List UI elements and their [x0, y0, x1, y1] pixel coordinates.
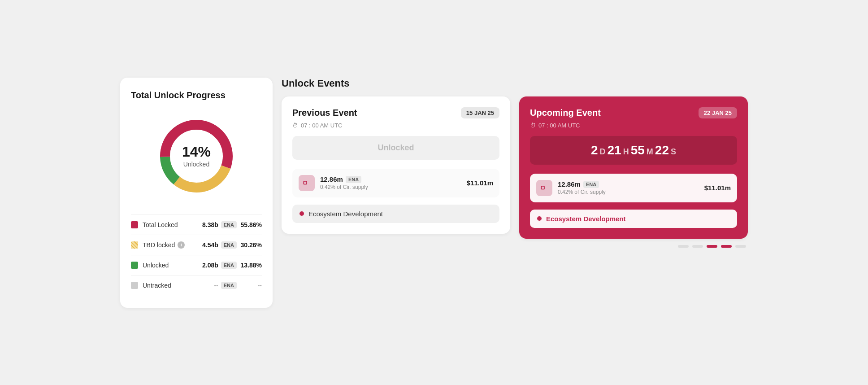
left-panel-title: Total Unlock Progress — [131, 90, 262, 101]
info-icon-tbd[interactable]: i — [178, 241, 185, 249]
legend-amount-total-locked: 8.38b — [202, 221, 218, 228]
legend-amount-tbd-locked: 4.54b — [202, 241, 218, 249]
legend: Total Locked 8.38b ENA 55.86% TBD locked… — [131, 214, 262, 295]
previous-category-dot — [299, 211, 304, 216]
previous-token-row: 12.86m ENA 0.42% of Cir. supply $11.01m — [292, 169, 499, 197]
main-container: Total Unlock Progress 14% Unlocked — [120, 78, 748, 308]
legend-icon-total-locked — [131, 221, 138, 228]
upcoming-token-info: 12.86m ENA 0.42% of Cir. supply — [558, 180, 699, 195]
upcoming-token-amount: 12.86m — [558, 180, 581, 188]
upcoming-category-name: Ecosystem Development — [546, 215, 626, 223]
clock-icon-prev: ⏱ — [292, 122, 298, 129]
svg-point-4 — [170, 130, 222, 182]
countdown-minutes: 55 — [631, 143, 645, 158]
legend-item-tbd-locked: TBD locked i 4.54b ENA 30.26% — [131, 235, 262, 255]
previous-token-icon — [299, 175, 315, 191]
upcoming-token-badge: ENA — [583, 181, 599, 188]
countdown-seconds: 22 — [655, 143, 669, 158]
pagination-dot-5[interactable] — [735, 245, 746, 248]
previous-token-supply: 0.42% of Cir. supply — [320, 184, 461, 190]
previous-token-badge: ENA — [346, 176, 361, 183]
countdown-days-unit: D — [600, 147, 606, 157]
legend-pct-total-locked: 55.86% — [240, 221, 262, 228]
unlocked-button: Unlocked — [292, 136, 499, 160]
pagination-dot-4[interactable] — [721, 245, 732, 248]
upcoming-event-card: Upcoming Event 22 JAN 25 ⏱ 07 : 00 AM UT… — [519, 96, 748, 239]
left-panel: Total Unlock Progress 14% Unlocked — [120, 78, 273, 308]
upcoming-token-icon — [536, 180, 552, 196]
clock-icon-upcoming: ⏱ — [530, 122, 536, 129]
upcoming-event-date: 22 JAN 25 — [699, 107, 737, 118]
legend-name-tbd-locked: TBD locked i — [143, 241, 202, 249]
donut-chart: 14% Unlocked — [131, 111, 262, 201]
upcoming-token-usd: $11.01m — [704, 184, 731, 192]
legend-name-untracked: Untracked — [143, 282, 214, 289]
legend-icon-untracked — [131, 282, 138, 289]
legend-badge-untracked: ENA — [221, 282, 237, 289]
events-row: Previous Event 15 JAN 25 ⏱ 07 : 00 AM UT… — [282, 96, 748, 239]
pagination-dot-3[interactable] — [707, 245, 717, 248]
previous-token-info: 12.86m ENA 0.42% of Cir. supply — [320, 175, 461, 190]
previous-event-time: ⏱ 07 : 00 AM UTC — [292, 122, 499, 129]
svg-rect-8 — [542, 186, 544, 188]
right-panel-title: Unlock Events — [282, 78, 748, 89]
right-panel: Unlock Events Previous Event 15 JAN 25 ⏱… — [282, 78, 748, 248]
previous-event-date: 15 JAN 25 — [461, 107, 499, 118]
upcoming-category-dot — [537, 216, 542, 221]
upcoming-event-title: Upcoming Event — [530, 108, 601, 118]
svg-rect-6 — [304, 181, 306, 184]
countdown-bar: 2 D 21 H 55 M 22 S — [530, 136, 737, 165]
legend-name-unlocked: Unlocked — [143, 262, 202, 269]
legend-icon-unlocked — [131, 262, 138, 269]
previous-event-card: Previous Event 15 JAN 25 ⏱ 07 : 00 AM UT… — [282, 96, 510, 234]
legend-item-total-locked: Total Locked 8.38b ENA 55.86% — [131, 214, 262, 235]
legend-badge-unlocked: ENA — [221, 262, 237, 269]
previous-event-title: Previous Event — [292, 108, 357, 118]
donut-svg — [152, 111, 241, 201]
previous-category-row: Ecosystem Development — [292, 205, 499, 223]
countdown-seconds-unit: S — [671, 147, 676, 157]
legend-icon-tbd-locked — [131, 241, 138, 249]
legend-pct-unlocked: 13.88% — [240, 262, 262, 269]
countdown-hours: 21 — [608, 143, 621, 158]
legend-name-total-locked: Total Locked — [143, 221, 202, 228]
countdown-hours-unit: H — [623, 147, 629, 157]
ena-logo — [302, 179, 311, 188]
previous-token-amount: 12.86m — [320, 175, 343, 183]
countdown-days: 2 — [591, 143, 598, 158]
legend-amount-untracked: -- — [214, 282, 218, 289]
previous-token-amount-row: 12.86m ENA — [320, 175, 461, 183]
legend-pct-tbd-locked: 30.26% — [240, 241, 262, 249]
legend-item-untracked: Untracked -- ENA -- — [131, 275, 262, 295]
upcoming-category-row: Ecosystem Development — [530, 210, 737, 228]
countdown-minutes-unit: M — [647, 147, 653, 157]
upcoming-token-amount-row: 12.86m ENA — [558, 180, 699, 188]
upcoming-token-row: 12.86m ENA 0.42% of Cir. supply $11.01m — [530, 174, 737, 202]
upcoming-event-header: Upcoming Event 22 JAN 25 — [530, 107, 737, 118]
pagination-dot-2[interactable] — [692, 245, 703, 248]
legend-badge-tbd-locked: ENA — [221, 241, 237, 249]
pagination-dot-1[interactable] — [678, 245, 689, 248]
legend-badge-total-locked: ENA — [221, 221, 237, 228]
pagination — [282, 245, 748, 248]
previous-token-usd: $11.01m — [467, 179, 493, 187]
ena-logo-upcoming — [540, 184, 549, 192]
legend-item-unlocked: Unlocked 2.08b ENA 13.88% — [131, 255, 262, 275]
previous-category-name: Ecosystem Development — [308, 210, 383, 218]
upcoming-event-time: ⏱ 07 : 00 AM UTC — [530, 122, 737, 129]
upcoming-token-supply: 0.42% of Cir. supply — [558, 189, 699, 195]
previous-event-header: Previous Event 15 JAN 25 — [292, 107, 499, 118]
legend-pct-untracked: -- — [240, 282, 262, 289]
legend-amount-unlocked: 2.08b — [202, 262, 218, 269]
